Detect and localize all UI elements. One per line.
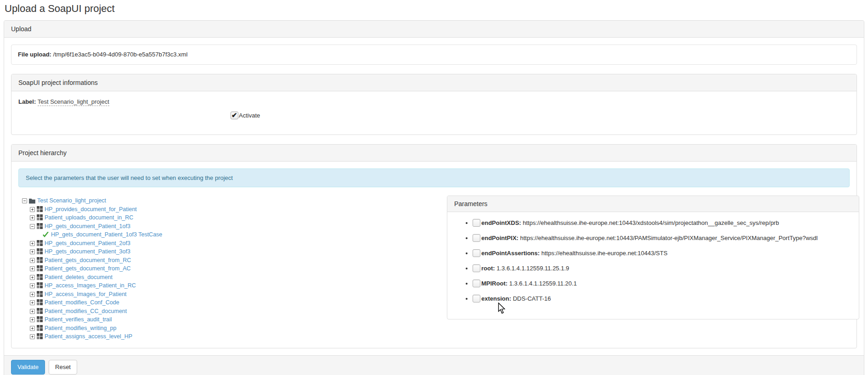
expand-toggle-icon[interactable] xyxy=(30,317,35,322)
tree-item-label[interactable]: HP_access_Images_for_Patient xyxy=(45,291,127,297)
tree-item: Patient_verifies_audit_trail xyxy=(22,315,447,324)
expand-toggle-icon[interactable] xyxy=(30,292,35,297)
tree-item: HP_gets_document_Patient_1of3 TestCase xyxy=(22,230,447,239)
expand-toggle-icon[interactable] xyxy=(30,300,35,305)
expand-toggle-icon[interactable] xyxy=(30,309,35,314)
parameter-value: 1.3.6.1.4.1.12559.11.20.1 xyxy=(509,280,577,287)
collapse-toggle-icon[interactable] xyxy=(22,198,27,203)
project-hierarchy-heading: Project hierarchy xyxy=(11,145,857,162)
tree-item-label[interactable]: Patient_modifies_writing_pp xyxy=(45,325,116,331)
tree-item: Test Scenario_light_project xyxy=(22,196,447,205)
upload-panel-heading: Upload xyxy=(4,21,864,38)
tree-column: Test Scenario_light_projectHP_provides_d… xyxy=(18,196,447,341)
tree-item: HP_gets_document_Patient_1of3 xyxy=(22,222,447,231)
tree-item: Patient_modifies_CC_document xyxy=(22,307,447,316)
parameter-name: MPIRoot: xyxy=(481,280,509,287)
upload-form-panel: Upload File upload: /tmp/6f1e3ac5-b049-4… xyxy=(4,20,864,375)
tree-item: Patient_gets_document_from_AC xyxy=(22,264,447,273)
tree-item-label[interactable]: Patient_gets_document_from_AC xyxy=(45,265,131,272)
tree-item: HP_provides_document_for_Patient xyxy=(22,205,447,214)
activate-checkbox[interactable] xyxy=(231,112,238,119)
testsuite-grid-icon xyxy=(37,282,43,288)
project-label-value[interactable]: Test Scenario_light_project xyxy=(38,98,109,106)
parameter-checkbox[interactable] xyxy=(473,249,480,257)
parameter-checkbox[interactable] xyxy=(473,219,480,227)
testsuite-grid-icon xyxy=(37,214,43,220)
parameter-item: MPIRoot: 1.3.6.1.4.1.12559.11.20.1 xyxy=(473,279,852,288)
expand-toggle-icon[interactable] xyxy=(30,283,35,288)
tree-item-label[interactable]: Patient_assigns_access_level_HP xyxy=(45,333,132,340)
tree-item-label[interactable]: Patient_uploads_document_in_RC xyxy=(45,214,133,221)
tree-item-label[interactable]: Patient_gets_document_from_RC xyxy=(45,257,131,263)
testsuite-grid-icon xyxy=(37,257,43,263)
tree-item: Patient_deletes_document xyxy=(22,273,447,282)
expand-toggle-icon[interactable] xyxy=(30,266,35,271)
parameters-panel: Parameters endPointXDS: https://ehealths… xyxy=(447,196,859,319)
parameter-name: root: xyxy=(481,265,496,272)
expand-toggle-icon[interactable] xyxy=(30,207,35,212)
testsuite-grid-icon xyxy=(37,308,43,314)
tree-item-label[interactable]: HP_gets_document_Patient_2of3 xyxy=(45,240,130,246)
collapse-toggle-icon[interactable] xyxy=(30,224,35,229)
parameter-item: endPointPIX: https://ehealthsuisse.ihe-e… xyxy=(473,234,852,243)
project-hierarchy-panel: Project hierarchy Select the parameters … xyxy=(11,144,857,348)
tree-item-label[interactable]: Patient_deletes_document xyxy=(45,274,113,280)
project-informations-panel: SoapUI project informations Label: Test … xyxy=(11,74,857,135)
upload-panel-body: File upload: /tmp/6f1e3ac5-b049-4d09-870… xyxy=(4,38,864,355)
testsuite-grid-icon xyxy=(37,240,43,246)
tree-item-label[interactable]: HP_gets_document_Patient_1of3 TestCase xyxy=(51,231,162,238)
tree-item-label[interactable]: HP_provides_document_for_Patient xyxy=(45,206,137,213)
parameters-heading: Parameters xyxy=(447,196,859,212)
file-upload-label: File upload: xyxy=(18,51,51,58)
tree-item: Patient_modifies_writing_pp xyxy=(22,324,447,333)
parameter-name: endPointPIX: xyxy=(481,235,520,241)
tree-item: Patient_assigns_access_level_HP xyxy=(22,332,447,341)
testsuite-grid-icon xyxy=(37,291,43,297)
testcase-check-icon xyxy=(42,232,49,238)
testsuite-grid-icon xyxy=(37,316,43,322)
file-upload-well: File upload: /tmp/6f1e3ac5-b049-4d09-870… xyxy=(11,45,857,65)
tree-item-label[interactable]: HP_gets_document_Patient_3of3 xyxy=(45,248,130,255)
tree-item: HP_gets_document_Patient_2of3 xyxy=(22,239,447,248)
tree-item-label[interactable]: HP_gets_document_Patient_1of3 xyxy=(45,223,130,229)
testsuite-grid-icon xyxy=(37,325,43,331)
project-tree: Test Scenario_light_projectHP_provides_d… xyxy=(22,196,447,341)
tree-item-label[interactable]: Patient_modifies_Conf_Code xyxy=(45,299,119,306)
parameter-value: https://ehealthsuisse.ihe-europe.net:104… xyxy=(520,235,818,241)
testsuite-grid-icon xyxy=(37,299,43,305)
expand-toggle-icon[interactable] xyxy=(30,326,35,331)
tree-item: Patient_modifies_Conf_Code xyxy=(22,298,447,307)
parameter-value: https://ehealthsuisse.ihe-europe.net:104… xyxy=(541,250,668,257)
parameter-item: endPointXDS: https://ehealthsuisse.ihe-e… xyxy=(473,218,852,228)
expand-toggle-icon[interactable] xyxy=(30,215,35,220)
parameter-value: DDS-CATT-16 xyxy=(513,295,551,302)
expand-toggle-icon[interactable] xyxy=(30,275,35,280)
tree-item-label[interactable]: HP_access_Images_Patient_in_RC xyxy=(45,282,136,289)
expand-toggle-icon[interactable] xyxy=(30,334,35,339)
parameter-item: root: 1.3.6.1.4.1.12559.11.25.1.9 xyxy=(473,264,852,273)
parameter-name: endPointAssertions: xyxy=(481,250,541,257)
tree-item-label[interactable]: Patient_verifies_audit_trail xyxy=(45,316,112,323)
testsuite-grid-icon xyxy=(37,274,43,280)
testsuite-grid-icon xyxy=(37,333,43,339)
parameter-checkbox[interactable] xyxy=(473,264,480,272)
parameter-checkbox[interactable] xyxy=(473,234,480,242)
project-label-caption: Label: xyxy=(18,98,36,105)
parameter-checkbox[interactable] xyxy=(473,280,480,287)
activate-label: Activate xyxy=(239,112,260,119)
expand-toggle-icon[interactable] xyxy=(30,258,35,263)
parameter-name: extension: xyxy=(481,295,513,302)
tree-item-label[interactable]: Test Scenario_light_project xyxy=(37,197,106,204)
page-title: Upload a SoapUI project xyxy=(5,3,868,15)
expand-toggle-icon[interactable] xyxy=(30,241,35,246)
validate-button[interactable]: Validate xyxy=(11,360,45,375)
parameter-checkbox[interactable] xyxy=(473,295,480,302)
project-label-row: Label: Test Scenario_light_project xyxy=(18,98,850,105)
parameter-item: extension: DDS-CATT-16 xyxy=(473,294,852,303)
tree-item-label[interactable]: Patient_modifies_CC_document xyxy=(45,308,127,314)
hierarchy-info-alert: Select the parameters that the user will… xyxy=(18,168,850,187)
parameters-list: endPointXDS: https://ehealthsuisse.ihe-e… xyxy=(473,218,852,303)
activate-row: Activate xyxy=(231,112,850,121)
reset-button[interactable]: Reset xyxy=(49,360,77,375)
expand-toggle-icon[interactable] xyxy=(30,249,35,254)
